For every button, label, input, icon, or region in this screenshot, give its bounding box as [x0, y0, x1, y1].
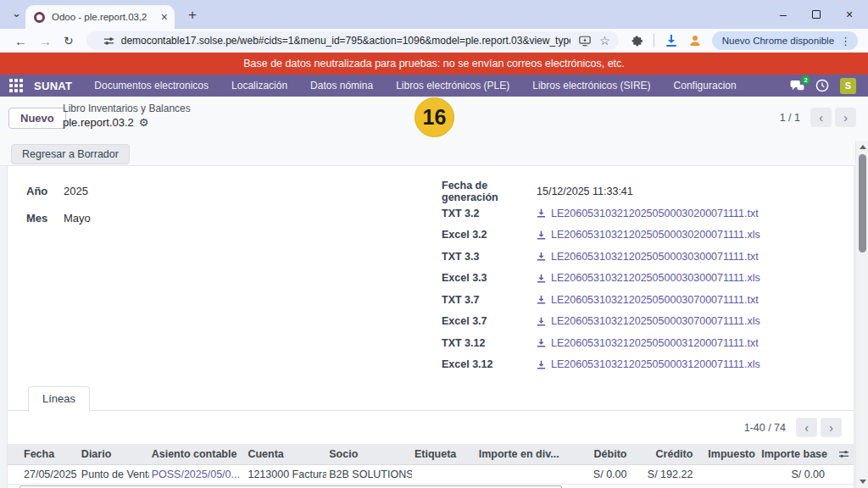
file-row-xls-312: Excel 3.12 LE206053103212025050003120007… — [442, 358, 760, 371]
download-file-link[interactable]: LE2060531032120250500030700071111.xls — [537, 315, 760, 327]
list-prev-button[interactable]: ‹ — [796, 418, 817, 437]
download-file-link[interactable]: LE2060531032120250500030300071111.txt — [537, 251, 759, 263]
gear-icon[interactable]: ⚙ — [139, 117, 149, 128]
breadcrumb-parent-link[interactable]: Libro Inventarios y Balances — [63, 103, 191, 114]
download-file-link[interactable]: LE2060531032120250500030200071111.txt — [537, 208, 759, 219]
list-pager-count: 1-40 / 74 — [744, 422, 786, 434]
bookmark-star-icon[interactable]: ☆ — [599, 34, 610, 47]
adjust-columns-icon[interactable] — [833, 449, 854, 459]
send-to-device-icon[interactable] — [579, 36, 591, 47]
row-importe-base[interactable]: S/ 0.00 — [759, 469, 833, 480]
record-name: ple.report.03.2 — [63, 116, 134, 129]
generation-date-label: Fecha de generación — [442, 180, 537, 203]
field-anio-label: Año — [26, 185, 57, 197]
col-diario[interactable]: Diario — [79, 448, 149, 460]
download-file-link[interactable]: LE2060531032120250500031200071111.xls — [537, 358, 760, 370]
table-row[interactable]: 27/05/2025 Punto de Venta POSS/2025/05/0… — [8, 465, 854, 485]
download-file-link[interactable]: LE2060531032120250500030300071111.xls — [537, 272, 760, 284]
col-fecha[interactable]: Fecha — [8, 448, 79, 460]
browser-tab-active[interactable]: Odoo - ple.report.03,2 × — [25, 5, 175, 29]
menu-libros-electronicos-sire[interactable]: Libros electrónicos (SIRE) — [532, 80, 650, 92]
forward-button[interactable]: → — [39, 34, 52, 48]
record-prev-button[interactable]: ‹ — [810, 108, 832, 127]
user-avatar[interactable]: S — [840, 78, 856, 94]
new-button[interactable]: Nuevo — [8, 108, 66, 129]
field-mes-value[interactable]: Mayo — [64, 212, 91, 225]
tab-search-button[interactable]: › — [8, 7, 25, 24]
browser-window: › Odoo - ple.report.03,2 × + – × ← → ↻ d… — [0, 0, 868, 488]
table-header: Fecha Diario Asiento contable Cuenta Soc… — [8, 444, 854, 465]
chrome-update-button[interactable]: Nuevo Chrome disponible ⋮ — [712, 31, 858, 50]
form-sheet: Año 2025 Mes Mayo Fecha de generación 15… — [7, 166, 854, 488]
row-debito[interactable]: S/ 0.00 — [566, 469, 634, 480]
row-asiento-link[interactable]: POSS/2025/05/0... — [149, 469, 246, 480]
col-credito[interactable]: Crédito — [633, 448, 699, 460]
navbar-right: 2 S — [790, 78, 868, 94]
browser-tab-strip: › Odoo - ple.report.03,2 × + – × — [0, 0, 868, 29]
reload-button[interactable]: ↻ — [64, 34, 74, 47]
menu-configuracion[interactable]: Configuracion — [674, 80, 737, 92]
list-next-button[interactable]: › — [821, 418, 842, 437]
col-impuesto[interactable]: Impuesto — [699, 448, 759, 460]
window-restore-button[interactable] — [812, 10, 821, 19]
window-minimize-button[interactable]: – — [776, 8, 790, 21]
col-debito[interactable]: Débito — [566, 448, 634, 460]
row-diario[interactable]: Punto de Venta — [79, 469, 149, 480]
tab-lineas[interactable]: Líneas — [28, 386, 90, 413]
profile-avatar-icon[interactable] — [688, 34, 702, 47]
field-mes-label: Mes — [26, 212, 57, 225]
row-cuenta[interactable]: 1213000 Facturas... — [245, 469, 326, 480]
download-file-icon — [537, 252, 546, 261]
menu-datos-nomina[interactable]: Datos nómina — [310, 80, 373, 92]
col-asiento[interactable]: Asiento contable — [149, 448, 246, 460]
form-left-column: Año 2025 Mes Mayo — [26, 185, 91, 239]
generation-date-value: 15/12/2025 11:33:41 — [537, 186, 633, 197]
browser-menu-icon[interactable]: ⋮ — [840, 35, 851, 47]
form-statusbar: Regresar a Borrador — [0, 141, 868, 166]
menu-localizacion[interactable]: Localización — [231, 80, 287, 92]
window-close-button[interactable]: × — [843, 8, 856, 21]
row-fecha[interactable]: 27/05/2025 — [8, 469, 79, 480]
row-credito[interactable]: S/ 192.22 — [633, 469, 699, 480]
odoo-navbar: SUNAT Documentos electronicos Localizaci… — [0, 75, 868, 97]
col-etiqueta[interactable]: Etiqueta — [412, 448, 470, 460]
menu-documentos-electronicos[interactable]: Documentos electronicos — [94, 80, 209, 92]
activities-clock-icon[interactable] — [815, 79, 829, 92]
extensions-icon[interactable] — [631, 35, 643, 47]
col-importe-div[interactable]: Importe en div... — [470, 448, 566, 460]
url-text[interactable]: democontable17.solse.pe/web#cids=1&menu_… — [121, 35, 570, 47]
back-to-draft-button[interactable]: Regresar a Borrador — [11, 144, 130, 164]
tab-close-icon[interactable]: × — [161, 11, 168, 23]
file-row-xls-33: Excel 3.3 LE2060531032120250500030300071… — [442, 271, 760, 285]
address-bar[interactable]: democontable17.solse.pe/web#cids=1&menu_… — [86, 31, 619, 50]
download-file-link[interactable]: LE2060531032120250500030700071111.txt — [537, 294, 759, 306]
download-file-link[interactable]: LE2060531032120250500030200071111.xls — [537, 229, 760, 241]
col-cuenta[interactable]: Cuenta — [245, 448, 326, 460]
site-settings-icon[interactable] — [103, 36, 114, 47]
vertical-scrollbar[interactable] — [855, 141, 868, 488]
col-importe-base[interactable]: Importe base — [759, 448, 833, 460]
menu-libros-electronicos-ple[interactable]: Libros electrónicos (PLE) — [396, 80, 509, 92]
record-pager: 1 / 1 ‹ › — [780, 108, 856, 127]
browser-toolbar: ← → ↻ democontable17.solse.pe/web#cids=1… — [0, 29, 868, 53]
app-brand[interactable]: SUNAT — [34, 80, 72, 92]
download-icon[interactable] — [665, 34, 678, 47]
scrollbar-down-arrow-icon[interactable] — [860, 480, 866, 484]
scrollbar-up-arrow-icon[interactable] — [860, 145, 866, 149]
back-button[interactable]: ← — [14, 34, 27, 48]
download-file-icon — [537, 360, 546, 369]
apps-grid-icon[interactable] — [9, 79, 23, 92]
new-tab-button[interactable]: + — [183, 6, 202, 25]
window-controls: – × — [776, 0, 863, 29]
download-file-link[interactable]: LE2060531032120250500031200071111.txt — [537, 337, 759, 349]
caret-down-icon: › — [11, 14, 24, 17]
col-socio[interactable]: Socio — [326, 448, 412, 460]
messages-icon[interactable]: 2 — [790, 80, 804, 92]
record-next-button[interactable]: › — [835, 108, 856, 127]
file-row-txt-37: TXT 3.7 LE206053103212025050003070007111… — [442, 293, 760, 307]
file-row-xls-37: Excel 3.7 LE2060531032120250500030700071… — [442, 314, 760, 328]
scrollbar-thumb[interactable] — [859, 154, 866, 252]
lines-table: Fecha Diario Asiento contable Cuenta Soc… — [8, 444, 854, 485]
row-socio[interactable]: B2B SOLUTIONS ... — [326, 469, 412, 480]
field-anio-value[interactable]: 2025 — [64, 185, 88, 197]
